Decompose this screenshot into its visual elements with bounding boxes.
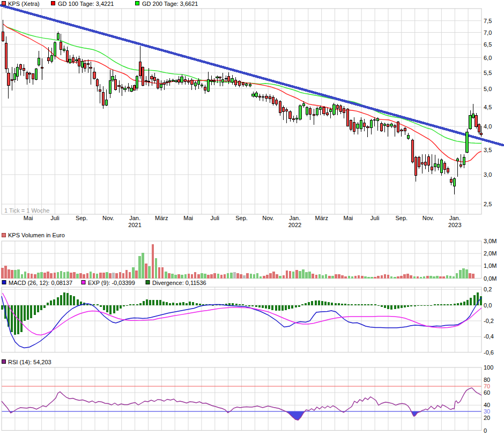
svg-text:März: März (315, 215, 328, 221)
svg-text:0,0: 0,0 (484, 302, 492, 309)
svg-text:30: 30 (484, 408, 490, 415)
svg-text:2,5: 2,5 (484, 201, 492, 207)
svg-text:2023: 2023 (448, 222, 461, 228)
svg-text:1 Tick = 1 Woche: 1 Tick = 1 Woche (4, 207, 49, 214)
svg-text:Nov.: Nov. (102, 215, 114, 221)
svg-text:Mai: Mai (183, 215, 193, 221)
svg-text:3,5: 3,5 (484, 147, 492, 153)
svg-text:-0,6: -0,6 (484, 349, 494, 356)
svg-text:1,0M: 1,0M (484, 262, 496, 269)
svg-text:Juli: Juli (370, 215, 380, 221)
svg-text:5,0: 5,0 (484, 86, 492, 92)
svg-text:2022: 2022 (288, 222, 301, 228)
svg-text:20: 20 (484, 415, 490, 421)
svg-text:März: März (155, 215, 168, 221)
svg-text:6,5: 6,5 (484, 41, 492, 48)
svg-text:Mai: Mai (24, 215, 33, 221)
svg-text:0: 0 (484, 427, 487, 434)
svg-text:GD 200 Tage: 3,6621: GD 200 Tage: 3,6621 (142, 1, 198, 7)
svg-text:Jan.: Jan. (290, 215, 301, 221)
svg-text:Jan.: Jan. (129, 215, 140, 221)
svg-text:2021: 2021 (128, 222, 141, 228)
svg-text:GD 100 Tage: 3,4221: GD 100 Tage: 3,4221 (58, 1, 114, 7)
svg-text:RSI (14): 54,203: RSI (14): 54,203 (8, 359, 51, 365)
svg-text:100: 100 (484, 364, 493, 371)
svg-text:60: 60 (484, 389, 490, 396)
svg-text:Sep.: Sep. (235, 215, 248, 221)
svg-text:Mai: Mai (344, 215, 353, 221)
svg-text:5,5: 5,5 (484, 70, 492, 76)
svg-text:4,0: 4,0 (484, 123, 492, 130)
svg-text:Nov.: Nov. (262, 215, 274, 221)
svg-text:KPS Volumen in Euro: KPS Volumen in Euro (8, 232, 65, 238)
svg-text:MACD (26, 12): 0,08137: MACD (26, 12): 0,08137 (9, 280, 72, 286)
svg-text:Sep.: Sep. (76, 215, 88, 221)
svg-text:4,5: 4,5 (484, 104, 492, 110)
svg-text:80: 80 (484, 377, 490, 383)
svg-text:KPS (Xetra): KPS (Xetra) (8, 1, 40, 7)
svg-text:7,5: 7,5 (484, 18, 492, 24)
svg-text:0,0M: 0,0M (484, 275, 496, 282)
svg-text:Jan.: Jan. (449, 215, 461, 221)
svg-text:EXP (9): -0,03399: EXP (9): -0,03399 (88, 280, 135, 286)
svg-text:Juli: Juli (50, 215, 60, 221)
svg-text:3,0M: 3,0M (484, 238, 496, 244)
svg-text:Juli: Juli (211, 215, 220, 221)
svg-text:7,0: 7,0 (484, 29, 492, 36)
svg-text:Sep.: Sep. (395, 215, 407, 221)
svg-text:3,0: 3,0 (484, 171, 492, 178)
svg-text:70: 70 (484, 383, 490, 389)
svg-text:-0,4: -0,4 (484, 333, 494, 340)
svg-text:-0,2: -0,2 (484, 318, 494, 324)
svg-text:2,0M: 2,0M (484, 250, 496, 257)
svg-text:0,2: 0,2 (484, 286, 492, 292)
svg-text:Divergence: 0,11536: Divergence: 0,11536 (152, 280, 206, 286)
svg-text:6,0: 6,0 (484, 55, 492, 61)
svg-text:Nov.: Nov. (423, 215, 434, 221)
svg-text:40: 40 (484, 402, 490, 408)
